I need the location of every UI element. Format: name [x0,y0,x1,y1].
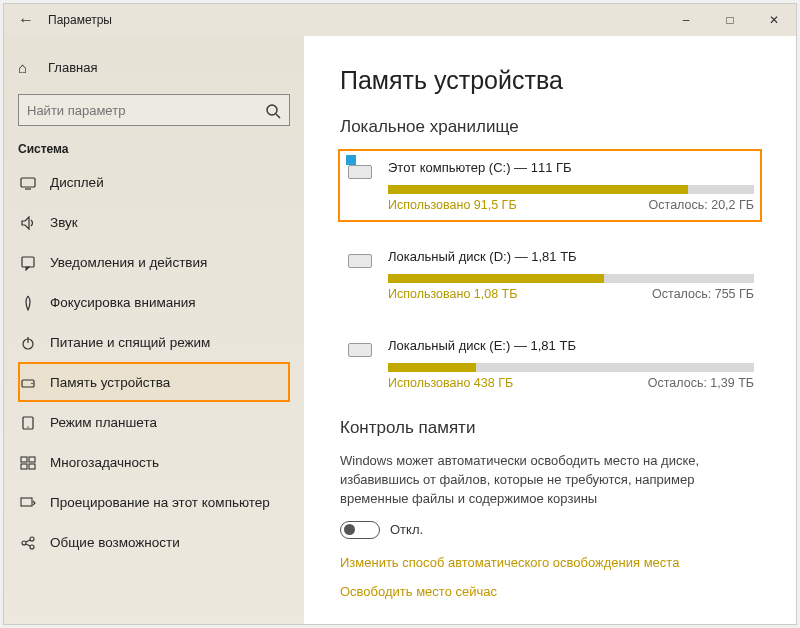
svg-line-1 [276,114,280,118]
sidebar-item-label: Фокусировка внимания [50,295,196,310]
sidebar-item-projecting[interactable]: Проецирование на этот компьютер [18,482,290,522]
sidebar-item-tablet[interactable]: Режим планшета [18,402,290,442]
window-title: Параметры [48,13,664,27]
drive-icon [346,333,378,357]
drive-usage-bar [388,274,754,283]
search-box[interactable] [18,94,290,126]
minimize-button[interactable]: – [664,4,708,36]
sidebar-item-label: Общие возможности [50,535,180,550]
sidebar-item-label: Проецирование на этот компьютер [50,495,270,510]
storage-sense-description: Windows может автоматически освободить м… [340,452,760,509]
content-area: Память устройства Локальное хранилище Эт… [304,36,796,624]
home-icon: ⌂ [18,59,48,76]
svg-line-21 [26,540,30,542]
sidebar-item-sound[interactable]: Звук [18,202,290,242]
svg-line-22 [26,544,30,546]
svg-point-0 [267,105,277,115]
drive-title: Локальный диск (D:) — 1,81 ТБ [388,249,577,264]
search-input[interactable] [27,103,265,118]
sidebar-item-label: Дисплей [50,175,104,190]
sidebar-item-display[interactable]: Дисплей [18,162,290,202]
sidebar-home[interactable]: ⌂ Главная [18,50,290,84]
sidebar-item-label: Режим планшета [50,415,157,430]
drive-used-label: Использовано 91,5 ГБ [388,198,649,212]
sidebar-item-shared[interactable]: Общие возможности [18,522,290,562]
drive-used-label: Использовано 1,08 ТБ [388,287,652,301]
svg-marker-4 [22,217,29,229]
titlebar: ← Параметры – □ ✕ [4,4,796,36]
svg-point-10 [31,383,33,385]
drive-free-label: Осталось: 1,39 ТБ [648,376,754,390]
svg-rect-13 [21,457,27,462]
sidebar-section-label: Система [18,142,290,156]
svg-point-18 [22,541,26,545]
drive-title: Локальный диск (E:) — 1,81 ТБ [388,338,576,353]
sidebar-item-storage[interactable]: Память устройства [18,362,290,402]
tablet-icon [20,413,50,431]
drive-item[interactable]: Локальный диск (D:) — 1,81 ТБИспользован… [340,240,760,309]
sidebar-item-label: Уведомления и действия [50,255,207,270]
maximize-button[interactable]: □ [708,4,752,36]
svg-marker-6 [26,267,29,270]
drive-usage-bar [388,185,754,194]
sidebar-home-label: Главная [48,60,97,75]
focus-icon [20,293,50,311]
display-icon [20,173,50,191]
storage-icon [20,373,50,391]
storage-sense-toggle-label: Откл. [390,522,423,537]
sidebar: ⌂ Главная Система Дисплей Звук Уведомлен [4,36,304,624]
power-icon [20,333,50,351]
drive-usage-bar [388,363,754,372]
sidebar-item-multitasking[interactable]: Многозадачность [18,442,290,482]
svg-point-12 [27,426,28,427]
sound-icon [20,213,50,231]
svg-rect-2 [21,178,35,187]
multitasking-icon [20,453,50,471]
shared-icon [20,533,50,551]
sidebar-item-notifications[interactable]: Уведомления и действия [18,242,290,282]
drive-used-label: Использовано 438 ГБ [388,376,648,390]
svg-rect-14 [29,457,35,462]
sidebar-item-label: Многозадачность [50,455,159,470]
drive-icon [346,244,378,268]
sidebar-item-focus[interactable]: Фокусировка внимания [18,282,290,322]
notifications-icon [20,253,50,271]
drive-title: Этот компьютер (C:) — 111 ГБ [388,160,572,175]
svg-rect-5 [22,257,34,267]
back-button[interactable]: ← [12,11,40,29]
close-button[interactable]: ✕ [752,4,796,36]
svg-rect-17 [21,498,32,506]
storage-sense-heading: Контроль памяти [340,418,760,438]
svg-rect-16 [29,464,35,469]
sidebar-item-label: Звук [50,215,78,230]
sidebar-item-label: Питание и спящий режим [50,335,210,350]
sidebar-item-label: Память устройства [50,375,170,390]
svg-point-20 [30,545,34,549]
svg-rect-15 [21,464,27,469]
drive-item[interactable]: Этот компьютер (C:) — 111 ГБИспользовано… [340,151,760,220]
search-icon [265,101,281,118]
storage-sense-toggle[interactable] [340,521,380,539]
drive-item[interactable]: Локальный диск (E:) — 1,81 ТБИспользован… [340,329,760,398]
svg-point-19 [30,537,34,541]
drive-free-label: Осталось: 755 ГБ [652,287,754,301]
drive-free-label: Осталось: 20,2 ГБ [649,198,754,212]
local-storage-heading: Локальное хранилище [340,117,760,137]
page-title: Память устройства [340,66,760,95]
change-free-up-link[interactable]: Изменить способ автоматического освобожд… [340,555,760,570]
sidebar-item-power[interactable]: Питание и спящий режим [18,322,290,362]
drive-icon [346,155,378,179]
free-up-now-link[interactable]: Освободить место сейчас [340,584,760,599]
projecting-icon [20,493,50,511]
